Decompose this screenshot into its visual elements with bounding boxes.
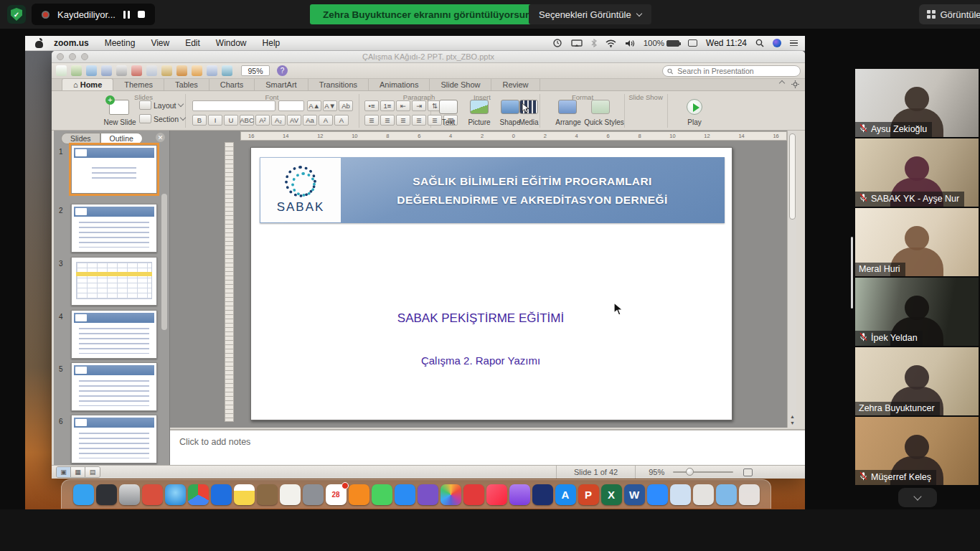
ribbon-tab[interactable]: SmartArt — [255, 79, 308, 90]
ppt-title-bar[interactable]: ÇAlışma KAğıdı-2 PPT. ptx_ZBO.pptx — [52, 51, 805, 63]
menu-bar-clock[interactable]: Wed 11:24 — [706, 38, 747, 48]
dock-icon[interactable] — [716, 484, 737, 505]
tab-outline[interactable]: Outline — [100, 133, 143, 144]
font-tool-button[interactable]: A▲ — [307, 100, 321, 111]
toolbar-icon[interactable] — [146, 65, 157, 76]
presentation-search-field[interactable] — [662, 65, 801, 77]
participant-tile-3[interactable]: Meral Huri — [855, 208, 979, 276]
mac-menu-item[interactable]: Edit — [185, 38, 200, 48]
participant-tile-1[interactable]: Aysu Zekioğlu — [855, 69, 979, 137]
slide-thumbnail-3[interactable] — [71, 257, 157, 306]
ribbon-tab[interactable]: Slide Show — [430, 79, 491, 90]
section-button[interactable]: Section — [139, 114, 185, 123]
dock-icon[interactable] — [532, 484, 553, 505]
wifi-icon[interactable] — [606, 39, 616, 47]
toolbar-icon[interactable] — [56, 65, 67, 76]
dock-icon[interactable] — [739, 484, 760, 505]
dock-icon[interactable] — [372, 484, 392, 505]
paragraph-tool-button[interactable]: ⇥ — [412, 100, 426, 111]
dock-icon[interactable] — [73, 484, 94, 505]
font-tool-button[interactable]: A — [334, 115, 349, 126]
zoom-slider-knob[interactable] — [686, 468, 694, 476]
ribbon-tab[interactable]: Themes — [113, 79, 164, 90]
airplay-display-icon[interactable] — [571, 39, 583, 47]
toolbar-icon[interactable] — [116, 65, 127, 76]
dock-icon[interactable]: W — [624, 484, 645, 505]
dock-icon[interactable]: X — [601, 484, 622, 505]
toolbar-icon[interactable] — [86, 65, 97, 76]
slide-thumbnail-1[interactable] — [71, 145, 157, 194]
ribbon-settings-gear-icon[interactable] — [791, 80, 799, 88]
insert-text-button[interactable] — [439, 100, 458, 114]
insert-picture-button[interactable] — [470, 100, 489, 114]
view-layout-button[interactable]: Görüntüle — [919, 4, 980, 24]
paragraph-tool-button[interactable]: ⇤ — [396, 100, 410, 111]
ribbon-tab[interactable]: Animations — [369, 79, 430, 90]
dock-icon[interactable]: P — [578, 484, 599, 505]
strip-resize-handle[interactable] — [851, 237, 853, 309]
mac-menu-item[interactable]: Help — [263, 38, 281, 48]
quick-styles-button[interactable] — [591, 100, 610, 114]
dock-icon[interactable] — [693, 484, 714, 505]
toolbar-icon[interactable] — [161, 65, 172, 76]
dock-icon[interactable] — [257, 484, 278, 505]
mac-menu-item[interactable]: Window — [216, 38, 247, 48]
dock-icon[interactable] — [96, 484, 117, 505]
insert-shape-button[interactable] — [501, 100, 519, 114]
font-tool-button[interactable]: A▼ — [323, 100, 337, 111]
dock-icon[interactable] — [234, 484, 255, 505]
dock-icon[interactable] — [142, 484, 163, 505]
paragraph-tool-button[interactable]: ≣ — [364, 115, 379, 126]
volume-icon[interactable] — [625, 39, 635, 47]
font-tool-button[interactable]: Ab — [339, 100, 353, 111]
mac-menu-item[interactable]: zoom.us — [54, 38, 89, 48]
mac-menu-item[interactable]: Meeting — [105, 38, 136, 48]
paragraph-tool-button[interactable]: ≣ — [412, 115, 426, 126]
font-size-dropdown[interactable] — [278, 100, 304, 111]
paragraph-tool-button[interactable]: ≣ — [380, 115, 395, 126]
zoom-slider[interactable] — [673, 471, 733, 473]
dock-icon[interactable] — [440, 484, 461, 505]
search-input[interactable] — [676, 66, 796, 76]
collapse-ribbon-chevron[interactable] — [779, 80, 785, 86]
participant-tile-5[interactable]: Zehra Buyuktuncer — [855, 347, 979, 415]
dock-icon[interactable] — [349, 484, 369, 505]
paragraph-tool-button[interactable]: •≡ — [364, 100, 379, 111]
dock-icon[interactable] — [188, 484, 209, 505]
slide-thumbnail-6[interactable] — [71, 415, 157, 463]
dock-icon[interactable] — [280, 484, 301, 505]
time-machine-icon[interactable] — [552, 39, 562, 47]
ribbon-tab[interactable]: Home — [62, 78, 113, 90]
font-tool-button[interactable]: A₂ — [271, 115, 286, 126]
dock-icon[interactable]: 28 — [326, 484, 347, 505]
font-tool-button[interactable]: U — [224, 115, 238, 126]
apple-menu-icon[interactable] — [35, 39, 44, 48]
font-tool-button[interactable]: B — [192, 115, 207, 126]
dock-icon[interactable] — [418, 484, 438, 505]
toolbar-icon[interactable] — [222, 65, 232, 76]
toolbar-icon[interactable] — [192, 65, 202, 76]
dock-icon[interactable] — [463, 484, 484, 505]
fit-slide-button[interactable] — [743, 468, 753, 476]
view-switcher[interactable]: ▣▦▤ — [56, 466, 100, 478]
paragraph-tool-button[interactable]: ≣ — [396, 115, 410, 126]
participant-tile-2[interactable]: SABAK YK - Ayşe Nur — [855, 138, 979, 207]
help-button[interactable]: ? — [277, 65, 288, 76]
battery-indicator[interactable]: 100% — [644, 39, 679, 47]
ribbon-tab[interactable]: Transitions — [308, 79, 369, 90]
notes-pane[interactable]: Click to add notes — [170, 429, 805, 465]
participant-tile-6[interactable]: Müşerref Keleş — [855, 417, 979, 485]
bluetooth-icon[interactable] — [591, 39, 597, 47]
font-tool-button[interactable]: AV — [287, 115, 301, 126]
dock-icon[interactable] — [647, 484, 668, 505]
dock-icon[interactable] — [486, 484, 507, 505]
ribbon-tab[interactable]: Charts — [209, 79, 255, 90]
input-source-icon[interactable] — [688, 39, 697, 47]
mac-menu-item[interactable]: View — [151, 38, 169, 48]
notification-center-icon[interactable] — [790, 39, 798, 48]
new-slide-button[interactable] — [109, 100, 129, 115]
panel-scrollbar[interactable] — [161, 194, 167, 330]
paragraph-tool-button[interactable]: 1≡ — [380, 100, 395, 111]
font-tool-button[interactable]: ABC — [240, 115, 254, 126]
ribbon-tab[interactable]: Review — [491, 79, 540, 90]
